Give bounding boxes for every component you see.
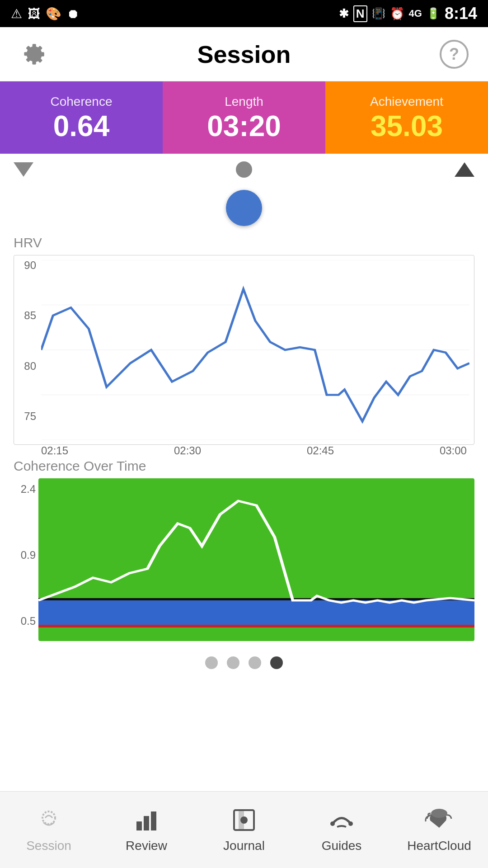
color-wheel-icon: 🎨 (46, 6, 61, 21)
cot-svg (38, 478, 474, 641)
vibrate-icon: 📳 (372, 7, 385, 20)
svg-rect-9 (144, 816, 149, 830)
app-header: Session ? (0, 27, 488, 81)
cot-y-24: 2.4 (21, 483, 36, 495)
hrv-chart: 90 85 80 75 02:15 02:30 02:45 03:00 (14, 255, 474, 445)
hrv-y-90: 90 (24, 259, 36, 272)
achievement-value: 35.03 (371, 112, 443, 141)
center-dot (236, 161, 252, 178)
hrv-svg (41, 260, 469, 440)
nav-guides[interactable]: Guides (293, 807, 390, 853)
cot-label: Coherence Over Time (14, 458, 474, 474)
svg-point-7 (42, 811, 55, 824)
controls-row (0, 154, 488, 185)
hrv-x-0245: 02:45 (307, 444, 334, 457)
svg-rect-10 (151, 811, 156, 830)
scroll-up-icon[interactable] (455, 162, 474, 177)
blue-indicator-row (0, 185, 488, 226)
session-icon (33, 807, 65, 834)
page-title: Session (197, 40, 291, 68)
bluetooth-icon: ✱ (339, 7, 349, 21)
hrv-x-0230: 02:30 (174, 444, 201, 457)
status-icons-right: ✱ N 📳 ⏰ 4G 🔋 8:14 (339, 4, 477, 23)
svg-point-16 (330, 821, 335, 826)
page-dot-2[interactable] (227, 656, 239, 669)
svg-point-17 (348, 821, 353, 826)
cot-y-05: 0.5 (21, 615, 36, 627)
status-bar: ⚠ 🖼 🎨 ⏺ ✱ N 📳 ⏰ 4G 🔋 8:14 (0, 0, 488, 27)
stat-length: Length 03:20 (163, 81, 325, 154)
nav-review-label: Review (126, 839, 167, 853)
nav-session[interactable]: Session (0, 807, 98, 853)
nav-journal-label: Journal (223, 839, 265, 853)
alarm-icon: ⏰ (390, 7, 404, 21)
signal-icon: 4G (409, 8, 422, 19)
cot-y-09: 0.9 (21, 549, 36, 561)
bottom-nav: Session Review Journal (0, 791, 488, 868)
hrv-label: HRV (14, 235, 474, 250)
review-icon (131, 807, 162, 834)
hrv-x-0300: 03:00 (440, 444, 467, 457)
hrv-y-labels: 90 85 80 75 (14, 255, 39, 426)
cot-y-labels: 2.4 0.9 0.5 (14, 478, 38, 641)
length-label: Length (225, 94, 263, 109)
stat-achievement: Achievement 35.03 (325, 81, 488, 154)
hrv-x-labels: 02:15 02:30 02:45 03:00 (41, 442, 469, 457)
guides-icon (326, 807, 357, 834)
journal-icon (228, 807, 260, 834)
status-time: 8:14 (445, 4, 477, 23)
page-dot-1[interactable] (205, 656, 218, 669)
coherence-value: 0.64 (53, 112, 110, 141)
hrv-x-0215: 02:15 (41, 444, 68, 457)
svg-rect-15 (241, 819, 247, 821)
heartcloud-icon (423, 807, 455, 834)
page-dot-3[interactable] (249, 656, 261, 669)
scroll-down-icon[interactable] (14, 162, 33, 177)
cot-section: Coherence Over Time 2.4 0.9 0.5 (0, 449, 488, 646)
status-icons-left: ⚠ 🖼 🎨 ⏺ (11, 6, 80, 21)
hrv-y-80: 80 (24, 360, 36, 373)
image-icon: 🖼 (28, 6, 40, 21)
coherence-label: Coherence (51, 94, 113, 109)
stat-coherence: Coherence 0.64 (0, 81, 163, 154)
blue-indicator (226, 190, 262, 226)
svg-rect-8 (136, 821, 142, 830)
length-value: 03:20 (207, 112, 281, 141)
nav-journal[interactable]: Journal (195, 807, 293, 853)
hrv-y-85: 85 (24, 309, 36, 322)
nav-session-label: Session (26, 839, 71, 853)
warning-icon: ⚠ (11, 6, 22, 21)
nav-heartcloud-label: HeartCloud (407, 839, 471, 853)
nav-heartcloud[interactable]: HeartCloud (390, 807, 488, 853)
nfc-icon: N (353, 5, 367, 22)
settings-button[interactable] (18, 38, 50, 70)
svg-text:?: ? (449, 45, 459, 63)
stats-bar: Coherence 0.64 Length 03:20 Achievement … (0, 81, 488, 154)
nav-guides-label: Guides (322, 839, 362, 853)
record-icon: ⏺ (67, 6, 80, 21)
battery-icon: 🔋 (427, 7, 440, 20)
hrv-section: HRV 90 85 80 75 02:15 02:30 02:45 03:00 (0, 226, 488, 449)
page-dot-4[interactable] (270, 656, 283, 669)
help-button[interactable]: ? (438, 38, 470, 70)
svg-point-18 (431, 809, 447, 818)
nav-review[interactable]: Review (98, 807, 195, 853)
page-dots (0, 646, 488, 680)
hrv-y-75: 75 (24, 410, 36, 423)
cot-chart (38, 478, 474, 641)
achievement-label: Achievement (370, 94, 443, 109)
